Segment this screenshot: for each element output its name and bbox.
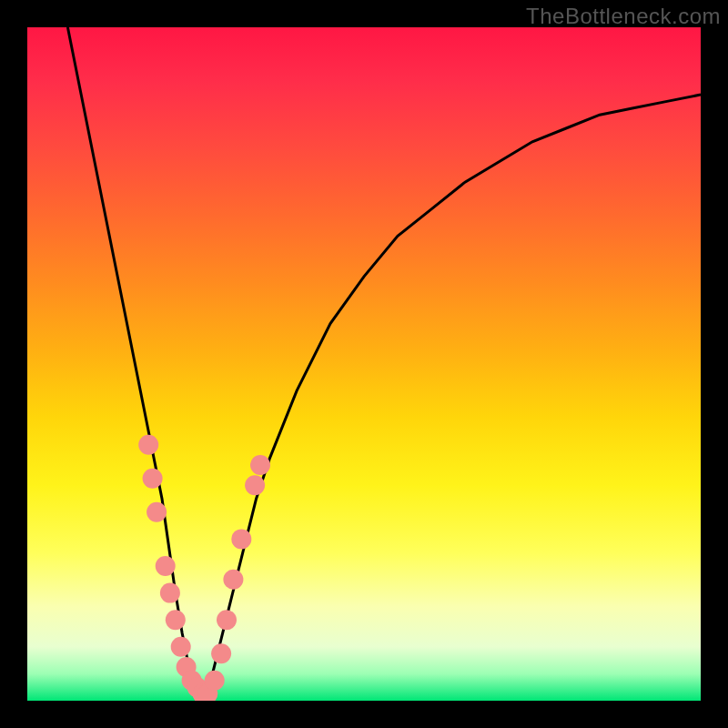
watermark-label: TheBottleneck.com (526, 4, 721, 29)
chart-frame: TheBottleneck.com (0, 0, 728, 728)
curve-marker (217, 610, 237, 630)
marker-group (138, 435, 270, 701)
curve-marker (143, 469, 163, 489)
curve-marker (223, 570, 243, 590)
curve-marker (250, 455, 270, 475)
curve-marker (156, 556, 176, 576)
curve-marker (245, 475, 265, 495)
curve-marker (211, 643, 231, 663)
curve-marker (138, 435, 158, 455)
bottleneck-curve (67, 27, 701, 701)
curve-marker (205, 671, 225, 691)
curve-marker (231, 529, 251, 549)
curve-marker (147, 502, 167, 522)
curve-marker (171, 637, 191, 657)
plot-area (27, 27, 701, 701)
bottleneck-curve-svg (27, 27, 701, 701)
curve-marker (160, 583, 180, 603)
curve-marker (166, 610, 186, 630)
